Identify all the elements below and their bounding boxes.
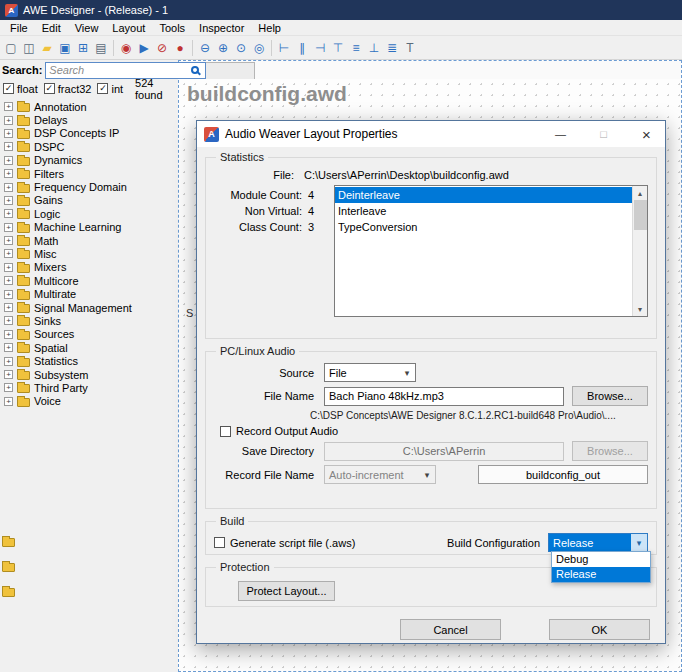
search-icon[interactable] <box>191 66 199 74</box>
record-file-name-input[interactable]: buildconfig_out <box>478 465 648 484</box>
tree-item[interactable]: +Subsystem <box>0 368 178 381</box>
expander-icon[interactable]: + <box>4 156 13 165</box>
listbox-item[interactable]: Interleave <box>335 203 632 219</box>
listbox-item[interactable]: Deinterleave <box>335 187 632 203</box>
tree-item[interactable]: +Logic <box>0 207 178 220</box>
menu-edit[interactable]: Edit <box>35 22 68 34</box>
expander-icon[interactable]: + <box>4 276 13 285</box>
expander-icon[interactable]: + <box>4 249 13 258</box>
tree-item[interactable]: +Math <box>0 234 178 247</box>
float-checkbox[interactable]: ✓ <box>3 83 14 94</box>
text-tool-icon[interactable]: T <box>401 39 419 57</box>
tree-item[interactable]: +Signal Management <box>0 301 178 314</box>
tree-item[interactable]: +Filters <box>0 167 178 180</box>
window-titlebar[interactable]: A AWE Designer - (Release) - 1 <box>0 0 682 20</box>
expander-icon[interactable]: + <box>4 196 13 205</box>
expander-icon[interactable]: + <box>4 370 13 379</box>
listbox-item[interactable]: TypeConversion <box>335 219 632 235</box>
expander-icon[interactable]: + <box>4 129 13 138</box>
menu-tools[interactable]: Tools <box>152 22 192 34</box>
menu-help[interactable]: Help <box>251 22 288 34</box>
zoom-out-icon[interactable]: ⊖ <box>196 39 214 57</box>
expander-icon[interactable]: + <box>4 116 13 125</box>
new-icon[interactable]: ▢ <box>2 39 20 57</box>
docked-palette-icon[interactable] <box>2 588 15 597</box>
expander-icon[interactable]: + <box>4 209 13 218</box>
scrollbar-thumb[interactable] <box>634 200 647 230</box>
scroll-up-icon[interactable]: ▴ <box>638 186 642 200</box>
expander-icon[interactable]: + <box>4 290 13 299</box>
minimize-button[interactable]: — <box>542 121 579 147</box>
expander-icon[interactable]: + <box>4 263 13 272</box>
tree-item[interactable]: +Dynamics <box>0 154 178 167</box>
expander-icon[interactable]: + <box>4 236 13 245</box>
play-icon[interactable]: ▶ <box>135 39 153 57</box>
connect-icon[interactable]: ◉ <box>117 39 135 57</box>
scroll-down-icon[interactable]: ▾ <box>638 302 642 316</box>
tree-item[interactable]: +Multicore <box>0 274 178 287</box>
tree-item[interactable]: +Spatial <box>0 341 178 354</box>
zoom-selection-icon[interactable]: ◎ <box>250 39 268 57</box>
menu-file[interactable]: File <box>3 22 35 34</box>
tree-item[interactable]: +Delays <box>0 113 178 126</box>
docked-palette-icon[interactable] <box>2 563 15 572</box>
maximize-button[interactable]: □ <box>585 121 622 147</box>
file-name-input[interactable]: Bach Piano 48kHz.mp3 <box>324 387 564 406</box>
expander-icon[interactable]: + <box>4 383 13 392</box>
print-icon[interactable]: ▤ <box>92 39 110 57</box>
protect-layout-button[interactable]: Protect Layout... <box>238 581 335 601</box>
expander-icon[interactable]: + <box>4 183 13 192</box>
file-browse-button[interactable]: Browse... <box>572 386 648 406</box>
tree-item[interactable]: +DSP Concepts IP <box>0 127 178 140</box>
expander-icon[interactable]: + <box>4 303 13 312</box>
expander-icon[interactable]: + <box>4 330 13 339</box>
tree-item[interactable]: +Gains <box>0 194 178 207</box>
zoom-in-icon[interactable]: ⊕ <box>214 39 232 57</box>
tree-item[interactable]: +Annotation <box>0 100 178 113</box>
tree-item[interactable]: +Frequency Domain <box>0 180 178 193</box>
build-configuration-combobox[interactable]: Release ▾ <box>548 533 648 552</box>
align-top-icon[interactable]: ⊤ <box>329 39 347 57</box>
distribute-icon[interactable]: ≣ <box>383 39 401 57</box>
source-combobox[interactable]: File ▾ <box>324 363 416 382</box>
align-center-icon[interactable]: ∥ <box>293 39 311 57</box>
record-output-checkbox[interactable] <box>220 426 231 437</box>
tree-item[interactable]: +Misc <box>0 247 178 260</box>
tree-item[interactable]: +Machine Learning <box>0 221 178 234</box>
dropdown-option-debug[interactable]: Debug <box>552 552 650 567</box>
expander-icon[interactable]: + <box>4 169 13 178</box>
align-bottom-icon[interactable]: ⊥ <box>365 39 383 57</box>
save-icon[interactable]: ▣ <box>56 39 74 57</box>
menu-view[interactable]: View <box>68 22 106 34</box>
expander-icon[interactable]: + <box>4 397 13 406</box>
expander-icon[interactable]: + <box>4 223 13 232</box>
chevron-down-icon[interactable]: ▾ <box>399 364 415 381</box>
tree-item[interactable]: +DSPC <box>0 140 178 153</box>
ok-button[interactable]: OK <box>549 619 650 640</box>
module-class-listbox[interactable]: Deinterleave Interleave TypeConversion ▴… <box>334 185 648 317</box>
dialog-titlebar[interactable]: A Audio Weaver Layout Properties — □ × <box>197 121 665 147</box>
build-configuration-dropdown[interactable]: Debug Release <box>551 551 651 583</box>
align-middle-icon[interactable]: ≡ <box>347 39 365 57</box>
listbox-scrollbar[interactable]: ▴ ▾ <box>632 186 647 316</box>
open-folder-icon[interactable]: ▰ <box>38 39 56 57</box>
fract32-checkbox[interactable]: ✓ <box>44 83 55 94</box>
tree-item[interactable]: +Third Party <box>0 381 178 394</box>
int-checkbox[interactable]: ✓ <box>97 83 108 94</box>
tree-item[interactable]: +Sinks <box>0 314 178 327</box>
menu-inspector[interactable]: Inspector <box>192 22 251 34</box>
tree-item[interactable]: +Multirate <box>0 287 178 300</box>
zoom-fit-icon[interactable]: ⊙ <box>232 39 250 57</box>
close-button[interactable]: × <box>628 121 665 147</box>
dropdown-option-release[interactable]: Release <box>552 567 650 582</box>
tree-item[interactable]: +Sources <box>0 328 178 341</box>
tree-item[interactable]: +Voice <box>0 395 178 408</box>
expander-icon[interactable]: + <box>4 357 13 366</box>
align-left-icon[interactable]: ⊢ <box>275 39 293 57</box>
tree-item[interactable]: +Statistics <box>0 354 178 367</box>
menu-layout[interactable]: Layout <box>105 22 152 34</box>
tree-item[interactable]: +Mixers <box>0 261 178 274</box>
chevron-down-icon[interactable]: ▾ <box>631 534 647 551</box>
generate-script-checkbox[interactable] <box>214 537 225 548</box>
save-all-icon[interactable]: ⊞ <box>74 39 92 57</box>
